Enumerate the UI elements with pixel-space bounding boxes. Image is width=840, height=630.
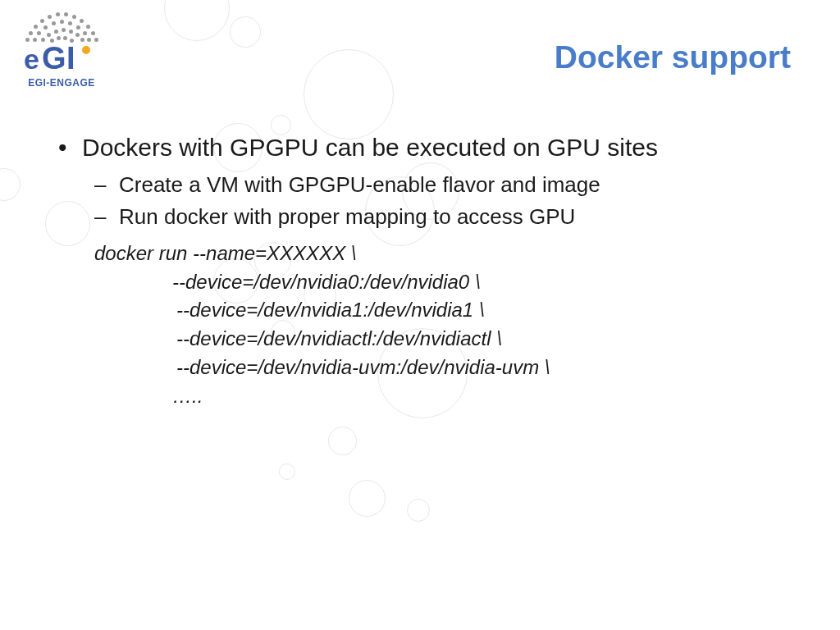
slide-title: Docker support: [555, 39, 791, 75]
code-line: …..: [94, 382, 791, 411]
bullet-level1: Dockers with GPGPU can be executed on GP…: [53, 131, 791, 165]
code-line: --device=/dev/nvidia1:/dev/nvidia1 \: [94, 296, 791, 325]
svg-point-3: [82, 46, 90, 54]
bg-circle: [349, 480, 386, 517]
bg-circle: [279, 463, 295, 480]
code-line: --device=/dev/nvidia0:/dev/nvidia0 \: [94, 268, 791, 297]
bullet-level2: Run docker with proper mapping to access…: [94, 202, 791, 233]
bg-circle: [328, 427, 357, 455]
code-line: --device=/dev/nvidiactl:/dev/nvidiactl \: [94, 325, 791, 354]
bg-circle: [304, 49, 394, 139]
logo-subtitle: EGI-ENGAGE: [21, 77, 103, 89]
code-line: docker run --name=XXXXXX \: [94, 240, 791, 268]
svg-text:G: G: [42, 44, 66, 75]
bg-circle: [407, 499, 430, 522]
bg-circle: [164, 0, 230, 41]
svg-text:I: I: [66, 44, 75, 75]
bg-circle: [230, 16, 261, 48]
code-line: --device=/dev/nvidia-uvm:/dev/nvidia-uvm…: [94, 354, 791, 382]
logo: e G I EGI-ENGAGE: [21, 8, 103, 89]
bg-circle: [0, 168, 21, 201]
code-block: docker run --name=XXXXXX \ --device=/dev…: [94, 240, 791, 411]
slide-content: Dockers with GPGPU can be executed on GP…: [53, 131, 791, 411]
bullet-level2: Create a VM with GPGPU-enable flavor and…: [94, 170, 791, 201]
logo-dots-icon: [21, 8, 103, 43]
svg-text:e: e: [24, 44, 39, 75]
logo-text-icon: e G I: [22, 44, 101, 75]
